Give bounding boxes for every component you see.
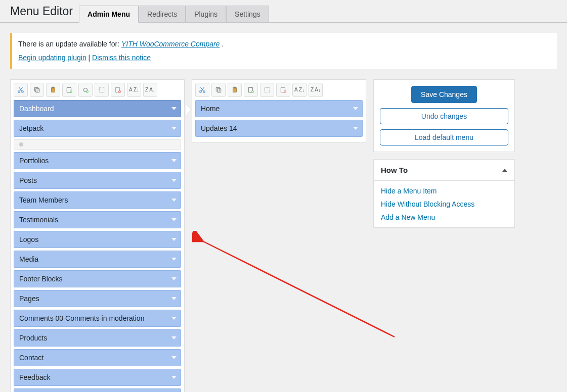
svg-point-0 <box>18 91 20 93</box>
howto-hide-without-blocking[interactable]: Hide Without Blocking Access <box>381 200 507 208</box>
svg-rect-15 <box>217 89 221 92</box>
expand-icon <box>171 159 177 162</box>
collapse-icon <box>502 169 507 172</box>
howto-title: How To <box>381 166 408 174</box>
svg-rect-16 <box>216 87 220 91</box>
expand-icon <box>171 277 177 280</box>
tab-admin-menu[interactable]: Admin Menu <box>79 6 139 23</box>
submenu-item[interactable]: Updates 14 <box>195 120 363 137</box>
side-panel: Save Changes Undo changes Load default m… <box>373 79 515 228</box>
show-hide-button[interactable] <box>95 83 109 97</box>
menu-item-label: Dashboard <box>19 105 54 113</box>
left-column: A Z↓ Z A↓ DashboardJetpackPortfoliosPost… <box>10 79 185 392</box>
begin-update-link[interactable]: Begin updating plugin <box>18 54 86 62</box>
annotation-arrow <box>192 231 405 342</box>
left-toolbar: A Z↓ Z A↓ <box>14 83 181 97</box>
update-notice: There is an update available for: YITH W… <box>10 33 557 69</box>
submenu-item-label: Updates 14 <box>201 124 237 132</box>
delete-button[interactable] <box>111 83 125 97</box>
tab-settings[interactable]: Settings <box>226 6 269 22</box>
new-item-button[interactable] <box>62 83 76 97</box>
menu-item[interactable]: Jetpack <box>14 120 181 137</box>
menu-item[interactable]: Comments 00 Comments in moderation <box>14 310 181 327</box>
menu-item[interactable]: Testimonials <box>14 211 181 228</box>
howto-body: Hide a Menu Item Hide Without Blocking A… <box>374 181 514 227</box>
svg-rect-3 <box>34 87 38 91</box>
separator-grip-icon <box>19 142 23 146</box>
menu-item-label: Contact <box>19 354 43 362</box>
delete-button[interactable] <box>276 83 290 97</box>
undo-button[interactable]: Undo changes <box>380 108 508 124</box>
paste-button[interactable] <box>46 83 60 97</box>
expand-icon <box>171 127 177 130</box>
menu-item[interactable]: WooCommerce <box>14 388 181 392</box>
menu-item[interactable]: Logos <box>14 231 181 248</box>
sort-za-button[interactable]: Z A↓ <box>309 83 323 97</box>
save-button[interactable]: Save Changes <box>411 86 477 103</box>
menu-item-label: Media <box>19 255 38 263</box>
menu-item-label: Comments 00 Comments in moderation <box>19 314 144 322</box>
right-column: A Z↓ Z A↓ HomeUpdates 14 <box>192 79 366 143</box>
sort-az-button[interactable]: A Z↓ <box>127 83 141 97</box>
tabs: Admin Menu Redirects Plugins Settings <box>79 6 269 22</box>
menu-item[interactable]: Dashboard <box>14 100 181 117</box>
cut-button[interactable] <box>14 83 28 97</box>
notice-period: . <box>222 40 224 48</box>
expand-icon <box>171 356 177 359</box>
svg-rect-2 <box>36 89 39 92</box>
howto-box: How To Hide a Menu Item Hide Without Blo… <box>373 159 515 228</box>
new-separator-button[interactable] <box>78 83 93 97</box>
paste-button[interactable] <box>228 83 242 97</box>
menu-item[interactable]: Contact <box>14 349 181 366</box>
howto-add-menu[interactable]: Add a New Menu <box>381 213 507 221</box>
menu-item[interactable]: Media <box>14 251 181 268</box>
menu-item-label: Testimonials <box>19 216 58 224</box>
howto-hide-item[interactable]: Hide a Menu Item <box>381 187 507 195</box>
expand-icon <box>171 297 177 300</box>
submenu-item[interactable]: Home <box>195 100 363 117</box>
menu-item[interactable]: Feedback <box>14 369 181 386</box>
show-hide-button[interactable] <box>260 83 274 97</box>
copy-button[interactable] <box>211 83 226 97</box>
menu-item-label: Posts <box>19 176 37 184</box>
sort-za-button[interactable]: Z A↓ <box>143 83 157 97</box>
expand-icon <box>171 258 177 261</box>
expand-icon <box>353 107 358 110</box>
menu-item[interactable]: Portfolios <box>14 152 181 169</box>
menu-item-label: Logos <box>19 235 38 243</box>
svg-rect-5 <box>52 87 54 88</box>
copy-button[interactable] <box>30 83 44 97</box>
svg-point-1 <box>22 91 24 93</box>
menu-item-label: Team Members <box>19 196 68 204</box>
main-area: A Z↓ Z A↓ DashboardJetpackPortfoliosPost… <box>0 79 567 392</box>
expand-icon <box>171 218 177 221</box>
menu-item-label: Footer Blocks <box>19 275 63 283</box>
menu-item-label: Products <box>19 334 47 342</box>
svg-rect-10 <box>99 87 104 92</box>
menu-item[interactable]: Footer Blocks <box>14 270 181 287</box>
notice-plugin-link[interactable]: YITH WooCommerce Compare <box>121 40 220 48</box>
tab-redirects[interactable]: Redirects <box>139 6 186 22</box>
left-menu-list: DashboardJetpackPortfoliosPostsTeam Memb… <box>14 100 181 392</box>
howto-header[interactable]: How To <box>374 160 514 181</box>
dismiss-notice-link[interactable]: Dismiss this notice <box>92 54 151 62</box>
svg-line-24 <box>202 241 395 337</box>
menu-item[interactable]: Team Members <box>14 191 181 209</box>
svg-point-14 <box>203 91 205 93</box>
menu-separator[interactable] <box>14 139 181 150</box>
expand-icon <box>171 317 177 320</box>
svg-rect-18 <box>234 87 236 88</box>
tab-plugins[interactable]: Plugins <box>186 6 226 22</box>
menu-item[interactable]: Products <box>14 329 181 347</box>
menu-item[interactable]: Pages <box>14 290 181 307</box>
notice-sep: | <box>89 54 93 62</box>
cut-button[interactable] <box>195 83 209 97</box>
expand-icon <box>353 127 358 130</box>
menu-item-label: Portfolios <box>19 157 49 165</box>
new-item-button[interactable] <box>244 83 258 97</box>
menu-item[interactable]: Posts <box>14 172 181 189</box>
load-default-button[interactable]: Load default menu <box>380 129 508 145</box>
sort-az-button[interactable]: A Z↓ <box>292 83 307 97</box>
column-pointer <box>186 105 191 115</box>
svg-point-13 <box>200 91 202 93</box>
